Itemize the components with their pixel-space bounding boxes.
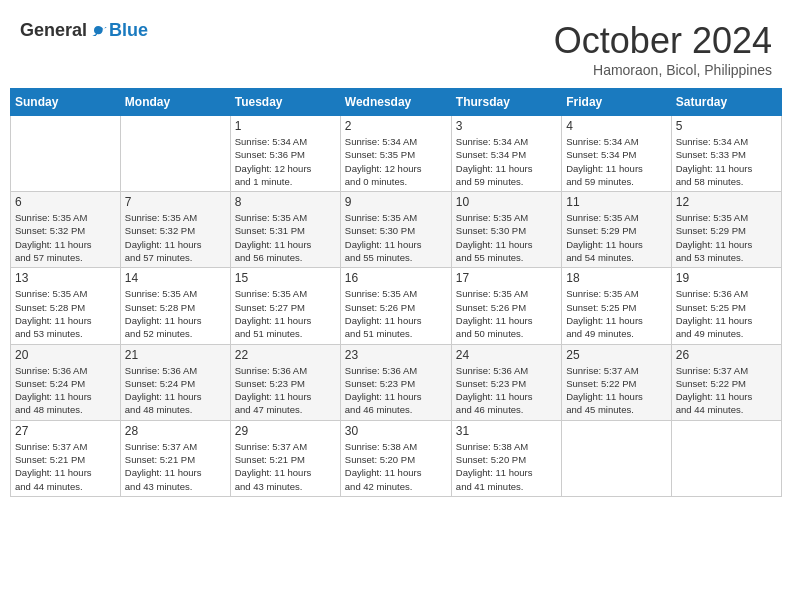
calendar-cell: 24Sunrise: 5:36 AMSunset: 5:23 PMDayligh…: [451, 344, 561, 420]
day-info: Sunrise: 5:36 AMSunset: 5:25 PMDaylight:…: [676, 287, 777, 340]
calendar-cell: 14Sunrise: 5:35 AMSunset: 5:28 PMDayligh…: [120, 268, 230, 344]
weekday-header: Tuesday: [230, 89, 340, 116]
weekday-header: Monday: [120, 89, 230, 116]
day-info: Sunrise: 5:38 AMSunset: 5:20 PMDaylight:…: [456, 440, 557, 493]
day-info: Sunrise: 5:35 AMSunset: 5:30 PMDaylight:…: [345, 211, 447, 264]
day-info: Sunrise: 5:34 AMSunset: 5:33 PMDaylight:…: [676, 135, 777, 188]
calendar-week-row: 20Sunrise: 5:36 AMSunset: 5:24 PMDayligh…: [11, 344, 782, 420]
calendar-cell: [562, 420, 671, 496]
day-number: 8: [235, 195, 336, 209]
day-number: 21: [125, 348, 226, 362]
weekday-header: Thursday: [451, 89, 561, 116]
day-number: 3: [456, 119, 557, 133]
calendar-cell: 16Sunrise: 5:35 AMSunset: 5:26 PMDayligh…: [340, 268, 451, 344]
calendar-cell: 21Sunrise: 5:36 AMSunset: 5:24 PMDayligh…: [120, 344, 230, 420]
calendar-cell: 31Sunrise: 5:38 AMSunset: 5:20 PMDayligh…: [451, 420, 561, 496]
logo: General Blue: [20, 20, 148, 41]
day-info: Sunrise: 5:35 AMSunset: 5:29 PMDaylight:…: [676, 211, 777, 264]
calendar-cell: 5Sunrise: 5:34 AMSunset: 5:33 PMDaylight…: [671, 116, 781, 192]
calendar-cell: 22Sunrise: 5:36 AMSunset: 5:23 PMDayligh…: [230, 344, 340, 420]
calendar-cell: 28Sunrise: 5:37 AMSunset: 5:21 PMDayligh…: [120, 420, 230, 496]
day-info: Sunrise: 5:37 AMSunset: 5:22 PMDaylight:…: [566, 364, 666, 417]
logo-blue-text: Blue: [109, 20, 148, 41]
calendar-cell: 23Sunrise: 5:36 AMSunset: 5:23 PMDayligh…: [340, 344, 451, 420]
weekday-header: Sunday: [11, 89, 121, 116]
day-info: Sunrise: 5:37 AMSunset: 5:21 PMDaylight:…: [15, 440, 116, 493]
day-number: 12: [676, 195, 777, 209]
day-number: 13: [15, 271, 116, 285]
calendar-cell: 7Sunrise: 5:35 AMSunset: 5:32 PMDaylight…: [120, 192, 230, 268]
calendar-cell: 29Sunrise: 5:37 AMSunset: 5:21 PMDayligh…: [230, 420, 340, 496]
calendar-cell: 11Sunrise: 5:35 AMSunset: 5:29 PMDayligh…: [562, 192, 671, 268]
day-number: 31: [456, 424, 557, 438]
calendar-cell: 6Sunrise: 5:35 AMSunset: 5:32 PMDaylight…: [11, 192, 121, 268]
logo-general-text: General: [20, 20, 87, 41]
calendar-table: SundayMondayTuesdayWednesdayThursdayFrid…: [10, 88, 782, 497]
day-number: 25: [566, 348, 666, 362]
title-section: October 2024 Hamoraon, Bicol, Philippine…: [554, 20, 772, 78]
logo-bird-icon: [89, 21, 109, 41]
calendar-cell: 30Sunrise: 5:38 AMSunset: 5:20 PMDayligh…: [340, 420, 451, 496]
day-number: 2: [345, 119, 447, 133]
calendar-cell: 2Sunrise: 5:34 AMSunset: 5:35 PMDaylight…: [340, 116, 451, 192]
day-number: 19: [676, 271, 777, 285]
day-number: 5: [676, 119, 777, 133]
day-number: 22: [235, 348, 336, 362]
calendar-cell: 1Sunrise: 5:34 AMSunset: 5:36 PMDaylight…: [230, 116, 340, 192]
day-info: Sunrise: 5:35 AMSunset: 5:29 PMDaylight:…: [566, 211, 666, 264]
location-subtitle: Hamoraon, Bicol, Philippines: [554, 62, 772, 78]
page-header: General Blue October 2024 Hamoraon, Bico…: [10, 10, 782, 83]
day-number: 23: [345, 348, 447, 362]
calendar-cell: 19Sunrise: 5:36 AMSunset: 5:25 PMDayligh…: [671, 268, 781, 344]
day-number: 16: [345, 271, 447, 285]
day-number: 15: [235, 271, 336, 285]
weekday-header: Saturday: [671, 89, 781, 116]
day-number: 18: [566, 271, 666, 285]
day-number: 29: [235, 424, 336, 438]
month-title: October 2024: [554, 20, 772, 62]
calendar-cell: 8Sunrise: 5:35 AMSunset: 5:31 PMDaylight…: [230, 192, 340, 268]
day-info: Sunrise: 5:35 AMSunset: 5:32 PMDaylight:…: [15, 211, 116, 264]
calendar-cell: 9Sunrise: 5:35 AMSunset: 5:30 PMDaylight…: [340, 192, 451, 268]
day-number: 20: [15, 348, 116, 362]
weekday-header-row: SundayMondayTuesdayWednesdayThursdayFrid…: [11, 89, 782, 116]
calendar-week-row: 27Sunrise: 5:37 AMSunset: 5:21 PMDayligh…: [11, 420, 782, 496]
calendar-cell: 18Sunrise: 5:35 AMSunset: 5:25 PMDayligh…: [562, 268, 671, 344]
day-number: 1: [235, 119, 336, 133]
day-number: 27: [15, 424, 116, 438]
calendar-week-row: 13Sunrise: 5:35 AMSunset: 5:28 PMDayligh…: [11, 268, 782, 344]
day-info: Sunrise: 5:35 AMSunset: 5:32 PMDaylight:…: [125, 211, 226, 264]
day-info: Sunrise: 5:34 AMSunset: 5:34 PMDaylight:…: [566, 135, 666, 188]
day-info: Sunrise: 5:35 AMSunset: 5:26 PMDaylight:…: [456, 287, 557, 340]
calendar-week-row: 1Sunrise: 5:34 AMSunset: 5:36 PMDaylight…: [11, 116, 782, 192]
calendar-cell: [11, 116, 121, 192]
day-number: 4: [566, 119, 666, 133]
day-number: 30: [345, 424, 447, 438]
calendar-cell: 10Sunrise: 5:35 AMSunset: 5:30 PMDayligh…: [451, 192, 561, 268]
calendar-cell: 3Sunrise: 5:34 AMSunset: 5:34 PMDaylight…: [451, 116, 561, 192]
calendar-cell: [120, 116, 230, 192]
day-info: Sunrise: 5:36 AMSunset: 5:24 PMDaylight:…: [15, 364, 116, 417]
day-info: Sunrise: 5:35 AMSunset: 5:28 PMDaylight:…: [125, 287, 226, 340]
day-number: 17: [456, 271, 557, 285]
day-info: Sunrise: 5:35 AMSunset: 5:30 PMDaylight:…: [456, 211, 557, 264]
day-number: 10: [456, 195, 557, 209]
calendar-week-row: 6Sunrise: 5:35 AMSunset: 5:32 PMDaylight…: [11, 192, 782, 268]
day-number: 7: [125, 195, 226, 209]
calendar-cell: 20Sunrise: 5:36 AMSunset: 5:24 PMDayligh…: [11, 344, 121, 420]
day-info: Sunrise: 5:34 AMSunset: 5:36 PMDaylight:…: [235, 135, 336, 188]
day-number: 28: [125, 424, 226, 438]
calendar-cell: 15Sunrise: 5:35 AMSunset: 5:27 PMDayligh…: [230, 268, 340, 344]
day-info: Sunrise: 5:37 AMSunset: 5:21 PMDaylight:…: [235, 440, 336, 493]
calendar-cell: 4Sunrise: 5:34 AMSunset: 5:34 PMDaylight…: [562, 116, 671, 192]
calendar-cell: 26Sunrise: 5:37 AMSunset: 5:22 PMDayligh…: [671, 344, 781, 420]
day-number: 6: [15, 195, 116, 209]
day-info: Sunrise: 5:34 AMSunset: 5:34 PMDaylight:…: [456, 135, 557, 188]
day-number: 9: [345, 195, 447, 209]
day-info: Sunrise: 5:35 AMSunset: 5:25 PMDaylight:…: [566, 287, 666, 340]
weekday-header: Friday: [562, 89, 671, 116]
day-info: Sunrise: 5:37 AMSunset: 5:21 PMDaylight:…: [125, 440, 226, 493]
day-info: Sunrise: 5:35 AMSunset: 5:27 PMDaylight:…: [235, 287, 336, 340]
day-info: Sunrise: 5:36 AMSunset: 5:23 PMDaylight:…: [235, 364, 336, 417]
day-info: Sunrise: 5:36 AMSunset: 5:23 PMDaylight:…: [456, 364, 557, 417]
